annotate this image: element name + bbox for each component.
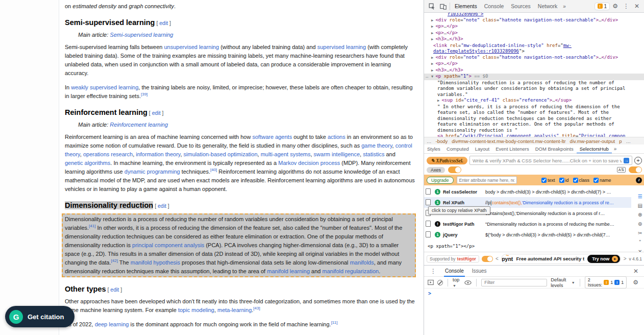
checkbox-id[interactable]: id xyxy=(559,178,569,183)
selector-row-testrigor-path[interactable]: !testRigor Path"Dimensionality reduction… xyxy=(424,219,631,229)
breadcrumb-item[interactable]: -body xyxy=(436,138,448,144)
attribute-input[interactable] xyxy=(457,176,517,184)
edit-link[interactable]: edit xyxy=(158,203,166,209)
wiki-link[interactable]: operations research xyxy=(83,151,133,157)
citation-ref[interactable]: [42] xyxy=(111,258,118,263)
copy-icon[interactable] xyxy=(427,232,431,237)
wiki-link[interactable]: Markov decision process xyxy=(278,160,340,166)
wiki-link[interactable]: statistics xyxy=(363,151,384,157)
wiki-link[interactable]: manifold hypothesis xyxy=(131,259,180,266)
dom-tree-node[interactable]: <link rel="mw-deduplicated-inline-style"… xyxy=(424,43,644,55)
axes-button[interactable]: Axes xyxy=(427,167,445,173)
wiki-link[interactable]: principal component analysis xyxy=(132,242,204,248)
issues-counter[interactable]: 2 Issues: !1!1 xyxy=(585,276,627,289)
pynt-ad-banner[interactable]: pynt Free automated API security t Try n… xyxy=(501,254,621,264)
log-levels-dropdown[interactable]: Default levels▼ xyxy=(551,277,575,288)
id-checkbox[interactable] xyxy=(559,178,564,183)
kebab-menu-icon[interactable]: ⋮ xyxy=(621,3,632,10)
wiki-link[interactable]: weakly supervised learning xyxy=(71,84,138,90)
tab-selectorshub[interactable]: SelectorsHub xyxy=(577,145,612,154)
close-devtools-icon[interactable]: ✕ xyxy=(632,3,642,10)
breadcrumb-overflow[interactable]: … xyxy=(626,138,631,144)
selector-list-icon[interactable]: ☰ xyxy=(638,194,642,199)
device-toolbar-icon[interactable] xyxy=(437,1,449,11)
upgrade-button[interactable]: Upgrade xyxy=(427,177,454,184)
copy-icon[interactable] xyxy=(427,200,431,205)
tab-event-listeners[interactable]: Event Listeners xyxy=(492,145,532,154)
wiki-link[interactable]: Reinforcement learning xyxy=(110,122,168,128)
console-prompt[interactable]: > xyxy=(428,291,431,296)
wiki-link[interactable]: Semi-supervised learning xyxy=(110,32,173,38)
wiki-link[interactable]: software agents xyxy=(253,134,292,140)
dom-tree-node[interactable]: ▶ <p>…</p> xyxy=(424,30,644,37)
collapsed-marker[interactable]: … xyxy=(426,74,428,80)
console-sidebar-icon[interactable] xyxy=(428,279,434,285)
edit-link[interactable]: edit xyxy=(152,110,161,116)
settings-gear-icon[interactable]: ⚙ xyxy=(610,3,621,10)
wiki-link[interactable]: meta-learning xyxy=(217,307,252,313)
dom-tree-node[interactable]: ▶ <div role="note" class="hatnote naviga… xyxy=(424,55,644,61)
name-checkbox[interactable] xyxy=(593,178,599,183)
dom-tree-node[interactable]: ▶ <sup id="cite_ref-41" class="reference… xyxy=(424,98,644,104)
checkbox-class[interactable]: class xyxy=(573,178,590,183)
wiki-link[interactable]: actions xyxy=(328,134,345,140)
dom-tree-node[interactable]: …▼ <p xpath="1"> == $0 xyxy=(424,74,644,80)
wiki-link[interactable]: deep learning xyxy=(95,321,129,327)
error-badge[interactable]: ! 1 xyxy=(595,3,610,10)
tab-sources[interactable]: Sources xyxy=(507,0,534,13)
xpath-csssel-button[interactable]: ✎ XPath/cssSel. xyxy=(427,157,467,164)
more-tabs-icon[interactable]: » xyxy=(561,4,568,9)
more-tabs-icon[interactable]: » xyxy=(612,146,619,152)
breadcrumb-overflow[interactable]: … xyxy=(427,138,432,144)
close-drawer-icon[interactable]: ✕ xyxy=(631,268,641,275)
context-selector[interactable]: top ▼ xyxy=(453,277,461,288)
breadcrumb-item[interactable]: p xyxy=(619,138,622,144)
breadcrumb-item[interactable]: div#mw-content-text.mw-body-content.mw-c… xyxy=(452,138,565,144)
copy-icon[interactable] xyxy=(427,222,431,227)
tab-network[interactable]: Network xyxy=(534,0,561,13)
prev-ad-icon[interactable]: < xyxy=(496,256,499,261)
dom-tree-node[interactable]: ▶ <h3>…</h3> xyxy=(424,67,644,74)
info-icon[interactable]: i xyxy=(636,177,642,183)
selector-input[interactable]: Write & verify XPath & CSS Selector here… xyxy=(469,156,632,165)
citation-ref[interactable]: [39] xyxy=(141,92,147,97)
quote-icon[interactable]: ” xyxy=(639,240,641,245)
wiki-link[interactable]: multi-agent systems xyxy=(261,151,311,157)
dom-tree-node[interactable]: <a href="/wiki/Principal_component_analy… xyxy=(424,133,644,137)
wiki-link[interactable]: dynamic programming xyxy=(125,169,180,175)
disable-icon[interactable]: ⊗ xyxy=(638,212,642,218)
citation-ref[interactable]: [41] xyxy=(89,224,95,228)
dom-tree-node[interactable]: ▶ <h3>…</h3> xyxy=(424,36,644,43)
checkbox-name[interactable]: name xyxy=(593,178,611,183)
wiki-link[interactable]: manifold regularization xyxy=(322,268,379,274)
axes-toggle[interactable] xyxy=(448,166,461,173)
inspect-element-icon[interactable] xyxy=(426,1,437,11)
dom-tree-node[interactable]: ▶ <p>…</p> xyxy=(424,23,644,30)
tab-styles[interactable]: Styles xyxy=(424,145,443,154)
target-icon[interactable]: ⊛ xyxy=(638,221,642,227)
tab-layout[interactable]: Layout xyxy=(472,145,493,154)
citation-ref[interactable]: [43] xyxy=(253,306,260,310)
dom-tree-node[interactable]: ▶ <div role="note" class="hatnote naviga… xyxy=(424,17,644,24)
supported-by-badge[interactable]: Supported by testRigor xyxy=(427,255,479,262)
wiki-link[interactable]: swarm intelligence xyxy=(314,151,360,157)
class-checkbox[interactable] xyxy=(573,178,578,183)
citation-ref[interactable]: [40] xyxy=(210,167,217,172)
checkbox-text[interactable]: text xyxy=(541,178,555,183)
page-structure-icon[interactable]: ▤ xyxy=(638,203,642,208)
console-settings-icon[interactable]: ⚙ xyxy=(630,279,641,286)
dom-tree-node[interactable]: "Dimensionality reduction is a process o… xyxy=(424,80,644,98)
tab-console[interactable]: Console xyxy=(481,0,508,13)
drawer-kebab-icon[interactable]: ⋮ xyxy=(428,268,439,275)
breadcrumb-item[interactable]: div.mw-parser-output xyxy=(570,138,615,144)
wiki-link[interactable]: r1033289096"> xyxy=(448,13,483,16)
clear-console-icon[interactable] xyxy=(437,280,443,285)
dom-tree-node[interactable]: " In other words, it is a process of red… xyxy=(424,104,644,134)
wiki-link[interactable]: manifold learning xyxy=(267,268,310,274)
drawer-tab-issues[interactable]: Issues xyxy=(471,266,488,277)
edit-link[interactable]: edit xyxy=(159,20,168,26)
selector-row-rel-cssselector[interactable]: 1Rel cssSelectorbody > div:nth-child(3) … xyxy=(424,186,631,197)
dom-tree-node[interactable]: r1033289096"> xyxy=(424,13,644,17)
drawer-tab-console[interactable]: Console xyxy=(444,266,465,277)
next-ad-icon[interactable]: > xyxy=(624,256,627,261)
